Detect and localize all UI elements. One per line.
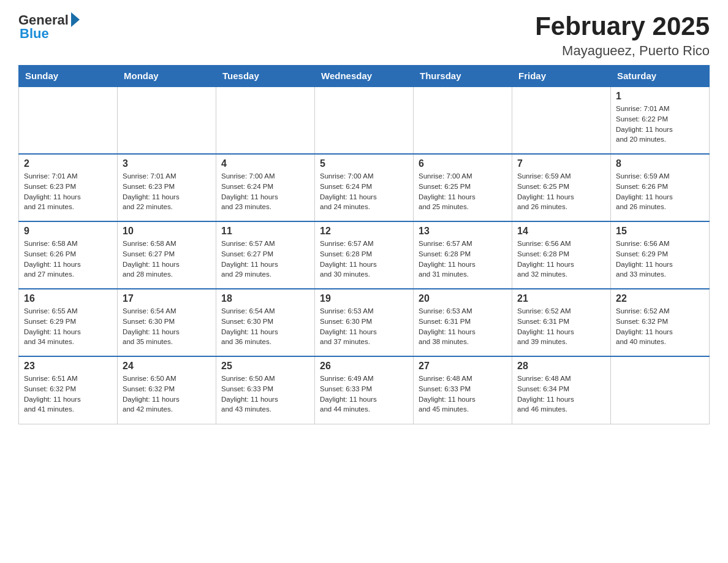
- calendar-cell: 18Sunrise: 6:54 AMSunset: 6:30 PMDayligh…: [216, 289, 315, 356]
- day-info: Sunrise: 6:48 AMSunset: 6:33 PMDaylight:…: [419, 373, 507, 415]
- day-info: Sunrise: 6:58 AMSunset: 6:27 PMDaylight:…: [123, 239, 211, 280]
- day-info: Sunrise: 6:50 AMSunset: 6:33 PMDaylight:…: [221, 373, 309, 415]
- day-info: Sunrise: 6:52 AMSunset: 6:32 PMDaylight:…: [616, 306, 704, 347]
- calendar-cell: 6Sunrise: 7:00 AMSunset: 6:25 PMDaylight…: [414, 154, 512, 221]
- calendar-cell: 9Sunrise: 6:58 AMSunset: 6:26 PMDaylight…: [19, 221, 118, 289]
- day-number: 1: [616, 91, 704, 102]
- weekday-header: Sunday: [19, 66, 118, 87]
- day-number: 18: [221, 293, 309, 304]
- day-number: 17: [123, 293, 211, 304]
- day-info: Sunrise: 6:51 AMSunset: 6:32 PMDaylight:…: [24, 373, 112, 415]
- calendar-cell: 16Sunrise: 6:55 AMSunset: 6:29 PMDayligh…: [19, 289, 118, 356]
- page-header: General Blue February 2025 Mayagueez, Pu…: [18, 12, 710, 59]
- day-number: 3: [123, 158, 211, 169]
- calendar-cell: [216, 86, 315, 154]
- day-number: 27: [419, 361, 507, 372]
- calendar-subtitle: Mayagueez, Puerto Rico: [535, 43, 710, 59]
- calendar-cell: 24Sunrise: 6:50 AMSunset: 6:32 PMDayligh…: [118, 356, 216, 424]
- calendar-cell: 20Sunrise: 6:53 AMSunset: 6:31 PMDayligh…: [414, 289, 512, 356]
- calendar-cell: [611, 356, 710, 424]
- logo-arrow-icon: [71, 12, 80, 27]
- calendar-cell: 2Sunrise: 7:01 AMSunset: 6:23 PMDaylight…: [19, 154, 118, 221]
- calendar-cell: [512, 86, 611, 154]
- logo-blue-text: Blue: [20, 26, 49, 42]
- calendar-cell: 13Sunrise: 6:57 AMSunset: 6:28 PMDayligh…: [414, 221, 512, 289]
- calendar-week-row: 23Sunrise: 6:51 AMSunset: 6:32 PMDayligh…: [19, 356, 710, 424]
- day-number: 23: [24, 361, 112, 372]
- calendar-cell: 27Sunrise: 6:48 AMSunset: 6:33 PMDayligh…: [414, 356, 512, 424]
- weekday-header: Tuesday: [216, 66, 315, 87]
- calendar-cell: 25Sunrise: 6:50 AMSunset: 6:33 PMDayligh…: [216, 356, 315, 424]
- calendar-cell: [19, 86, 118, 154]
- calendar-cell: 14Sunrise: 6:56 AMSunset: 6:28 PMDayligh…: [512, 221, 611, 289]
- day-number: 15: [616, 226, 704, 237]
- day-info: Sunrise: 7:00 AMSunset: 6:25 PMDaylight:…: [419, 171, 507, 212]
- day-info: Sunrise: 7:01 AMSunset: 6:23 PMDaylight:…: [123, 171, 211, 212]
- day-number: 24: [123, 361, 211, 372]
- calendar-cell: [118, 86, 216, 154]
- calendar-cell: 5Sunrise: 7:00 AMSunset: 6:24 PMDaylight…: [315, 154, 414, 221]
- day-number: 26: [320, 361, 408, 372]
- calendar-cell: 23Sunrise: 6:51 AMSunset: 6:32 PMDayligh…: [19, 356, 118, 424]
- calendar-week-row: 16Sunrise: 6:55 AMSunset: 6:29 PMDayligh…: [19, 289, 710, 356]
- day-info: Sunrise: 6:59 AMSunset: 6:25 PMDaylight:…: [517, 171, 605, 212]
- calendar-cell: 17Sunrise: 6:54 AMSunset: 6:30 PMDayligh…: [118, 289, 216, 356]
- day-number: 22: [616, 293, 704, 304]
- weekday-header: Friday: [512, 66, 611, 87]
- calendar-cell: 26Sunrise: 6:49 AMSunset: 6:33 PMDayligh…: [315, 356, 414, 424]
- day-number: 9: [24, 226, 112, 237]
- calendar-title: February 2025: [535, 12, 710, 40]
- calendar-cell: 12Sunrise: 6:57 AMSunset: 6:28 PMDayligh…: [315, 221, 414, 289]
- day-info: Sunrise: 6:48 AMSunset: 6:34 PMDaylight:…: [517, 373, 605, 415]
- day-number: 12: [320, 226, 408, 237]
- title-block: February 2025 Mayagueez, Puerto Rico: [535, 12, 710, 59]
- calendar-cell: 8Sunrise: 6:59 AMSunset: 6:26 PMDaylight…: [611, 154, 710, 221]
- day-info: Sunrise: 7:00 AMSunset: 6:24 PMDaylight:…: [320, 171, 408, 212]
- calendar-cell: 1Sunrise: 7:01 AMSunset: 6:22 PMDaylight…: [611, 86, 710, 154]
- day-info: Sunrise: 6:50 AMSunset: 6:32 PMDaylight:…: [123, 373, 211, 415]
- day-info: Sunrise: 6:52 AMSunset: 6:31 PMDaylight:…: [517, 306, 605, 347]
- calendar-cell: 11Sunrise: 6:57 AMSunset: 6:27 PMDayligh…: [216, 221, 315, 289]
- day-number: 20: [419, 293, 507, 304]
- day-number: 7: [517, 158, 605, 169]
- calendar-cell: 10Sunrise: 6:58 AMSunset: 6:27 PMDayligh…: [118, 221, 216, 289]
- day-number: 10: [123, 226, 211, 237]
- day-number: 4: [221, 158, 309, 169]
- day-info: Sunrise: 7:00 AMSunset: 6:24 PMDaylight:…: [221, 171, 309, 212]
- day-number: 11: [221, 226, 309, 237]
- day-info: Sunrise: 6:53 AMSunset: 6:30 PMDaylight:…: [320, 306, 408, 347]
- day-info: Sunrise: 6:57 AMSunset: 6:27 PMDaylight:…: [221, 239, 309, 280]
- calendar-week-row: 2Sunrise: 7:01 AMSunset: 6:23 PMDaylight…: [19, 154, 710, 221]
- day-number: 2: [24, 158, 112, 169]
- weekday-header: Saturday: [611, 66, 710, 87]
- calendar-table: SundayMondayTuesdayWednesdayThursdayFrid…: [18, 65, 710, 424]
- calendar-cell: 22Sunrise: 6:52 AMSunset: 6:32 PMDayligh…: [611, 289, 710, 356]
- day-info: Sunrise: 6:57 AMSunset: 6:28 PMDaylight:…: [419, 239, 507, 280]
- day-info: Sunrise: 6:57 AMSunset: 6:28 PMDaylight:…: [320, 239, 408, 280]
- weekday-header: Thursday: [414, 66, 512, 87]
- day-number: 19: [320, 293, 408, 304]
- calendar-cell: 28Sunrise: 6:48 AMSunset: 6:34 PMDayligh…: [512, 356, 611, 424]
- day-info: Sunrise: 6:49 AMSunset: 6:33 PMDaylight:…: [320, 373, 408, 415]
- weekday-header: Wednesday: [315, 66, 414, 87]
- day-number: 6: [419, 158, 507, 169]
- day-number: 28: [517, 361, 605, 372]
- day-number: 25: [221, 361, 309, 372]
- calendar-week-row: 1Sunrise: 7:01 AMSunset: 6:22 PMDaylight…: [19, 86, 710, 154]
- calendar-header-row: SundayMondayTuesdayWednesdayThursdayFrid…: [19, 66, 710, 87]
- calendar-cell: 19Sunrise: 6:53 AMSunset: 6:30 PMDayligh…: [315, 289, 414, 356]
- day-info: Sunrise: 6:59 AMSunset: 6:26 PMDaylight:…: [616, 171, 704, 212]
- day-info: Sunrise: 7:01 AMSunset: 6:23 PMDaylight:…: [24, 171, 112, 212]
- day-number: 14: [517, 226, 605, 237]
- logo: General Blue: [18, 12, 80, 42]
- calendar-cell: [414, 86, 512, 154]
- day-info: Sunrise: 6:53 AMSunset: 6:31 PMDaylight:…: [419, 306, 507, 347]
- day-number: 21: [517, 293, 605, 304]
- weekday-header: Monday: [118, 66, 216, 87]
- day-info: Sunrise: 7:01 AMSunset: 6:22 PMDaylight:…: [616, 104, 704, 145]
- day-info: Sunrise: 6:56 AMSunset: 6:29 PMDaylight:…: [616, 239, 704, 280]
- calendar-cell: 15Sunrise: 6:56 AMSunset: 6:29 PMDayligh…: [611, 221, 710, 289]
- day-info: Sunrise: 6:56 AMSunset: 6:28 PMDaylight:…: [517, 239, 605, 280]
- day-number: 13: [419, 226, 507, 237]
- day-number: 5: [320, 158, 408, 169]
